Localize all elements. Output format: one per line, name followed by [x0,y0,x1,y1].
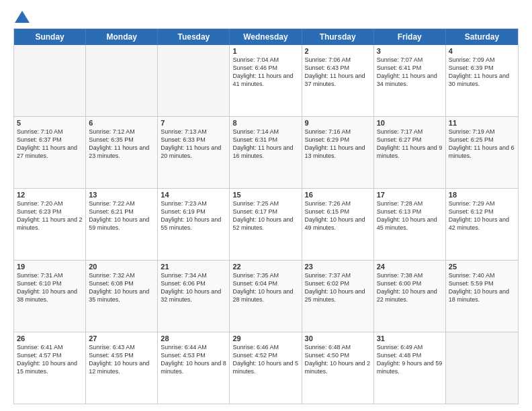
calendar-cell: 15Sunrise: 7:25 AM Sunset: 6:17 PM Dayli… [230,189,302,260]
cell-info: Sunrise: 6:41 AM Sunset: 4:57 PM Dayligh… [17,343,83,376]
calendar-header-saturday: Saturday [446,29,518,45]
cell-info: Sunrise: 7:35 AM Sunset: 6:04 PM Dayligh… [232,271,298,304]
day-number: 6 [89,119,154,127]
calendar-header-thursday: Thursday [302,29,374,45]
day-number: 17 [377,191,443,199]
calendar-cell: 28Sunrise: 6:44 AM Sunset: 4:53 PM Dayli… [158,332,230,404]
cell-info: Sunrise: 7:38 AM Sunset: 6:00 PM Dayligh… [377,271,443,304]
cell-info: Sunrise: 7:23 AM Sunset: 6:19 PM Dayligh… [161,199,226,232]
calendar-cell: 17Sunrise: 7:28 AM Sunset: 6:13 PM Dayli… [374,189,446,260]
calendar-header-sunday: Sunday [14,29,86,45]
calendar-cell [86,45,158,116]
cell-info: Sunrise: 7:20 AM Sunset: 6:23 PM Dayligh… [17,199,83,232]
calendar-cell: 14Sunrise: 7:23 AM Sunset: 6:19 PM Dayli… [158,189,230,260]
calendar-header-friday: Friday [374,29,446,45]
cell-info: Sunrise: 7:25 AM Sunset: 6:17 PM Dayligh… [232,199,298,232]
calendar-cell: 3Sunrise: 7:07 AM Sunset: 6:41 PM Daylig… [374,45,446,116]
day-number: 24 [377,263,443,271]
calendar-cell: 16Sunrise: 7:26 AM Sunset: 6:15 PM Dayli… [302,189,374,260]
cell-info: Sunrise: 7:04 AM Sunset: 6:46 PM Dayligh… [232,56,298,89]
calendar-cell: 21Sunrise: 7:34 AM Sunset: 6:06 PM Dayli… [158,261,230,332]
calendar-cell: 10Sunrise: 7:17 AM Sunset: 6:27 PM Dayli… [374,117,446,188]
cell-info: Sunrise: 7:29 AM Sunset: 6:12 PM Dayligh… [449,199,515,232]
calendar-cell: 12Sunrise: 7:20 AM Sunset: 6:23 PM Dayli… [14,189,86,260]
cell-info: Sunrise: 7:26 AM Sunset: 6:15 PM Dayligh… [305,199,371,232]
day-number: 16 [305,191,371,199]
calendar-cell: 29Sunrise: 6:46 AM Sunset: 4:52 PM Dayli… [230,332,302,404]
calendar-cell: 1Sunrise: 7:04 AM Sunset: 6:46 PM Daylig… [230,45,302,116]
page: SundayMondayTuesdayWednesdayThursdayFrid… [0,0,532,411]
day-number: 19 [17,263,83,271]
calendar-cell: 6Sunrise: 7:12 AM Sunset: 6:35 PM Daylig… [86,117,158,188]
calendar-cell: 19Sunrise: 7:31 AM Sunset: 6:10 PM Dayli… [14,261,86,332]
cell-info: Sunrise: 7:28 AM Sunset: 6:13 PM Dayligh… [377,199,443,232]
calendar-cell [446,332,518,404]
day-number: 21 [161,263,226,271]
calendar-week-2: 5Sunrise: 7:10 AM Sunset: 6:37 PM Daylig… [14,116,518,188]
calendar-header-monday: Monday [86,29,158,45]
calendar-cell: 24Sunrise: 7:38 AM Sunset: 6:00 PM Dayli… [374,261,446,332]
calendar-week-3: 12Sunrise: 7:20 AM Sunset: 6:23 PM Dayli… [14,188,518,260]
cell-info: Sunrise: 7:19 AM Sunset: 6:25 PM Dayligh… [449,128,515,161]
calendar-cell: 11Sunrise: 7:19 AM Sunset: 6:25 PM Dayli… [446,117,518,188]
calendar-week-4: 19Sunrise: 7:31 AM Sunset: 6:10 PM Dayli… [14,260,518,332]
cell-info: Sunrise: 7:06 AM Sunset: 6:43 PM Dayligh… [305,56,371,89]
day-number: 28 [161,334,226,342]
calendar-cell: 27Sunrise: 6:43 AM Sunset: 4:55 PM Dayli… [86,332,158,404]
calendar: SundayMondayTuesdayWednesdayThursdayFrid… [13,28,519,404]
cell-info: Sunrise: 6:48 AM Sunset: 4:50 PM Dayligh… [305,343,371,376]
cell-info: Sunrise: 7:22 AM Sunset: 6:21 PM Dayligh… [89,199,154,232]
day-number: 27 [89,334,154,342]
cell-info: Sunrise: 6:43 AM Sunset: 4:55 PM Dayligh… [89,343,154,376]
calendar-cell: 4Sunrise: 7:09 AM Sunset: 6:39 PM Daylig… [446,45,518,116]
cell-info: Sunrise: 7:14 AM Sunset: 6:31 PM Dayligh… [232,128,298,161]
day-number: 23 [305,263,371,271]
cell-info: Sunrise: 7:09 AM Sunset: 6:39 PM Dayligh… [449,56,515,89]
day-number: 2 [305,47,371,55]
cell-info: Sunrise: 7:34 AM Sunset: 6:06 PM Dayligh… [161,271,226,304]
day-number: 11 [449,119,515,127]
svg-marker-0 [15,11,30,23]
calendar-cell: 7Sunrise: 7:13 AM Sunset: 6:33 PM Daylig… [158,117,230,188]
calendar-cell: 23Sunrise: 7:37 AM Sunset: 6:02 PM Dayli… [302,261,374,332]
day-number: 4 [449,47,515,55]
calendar-week-1: 1Sunrise: 7:04 AM Sunset: 6:46 PM Daylig… [14,45,518,116]
calendar-body: 1Sunrise: 7:04 AM Sunset: 6:46 PM Daylig… [14,45,518,404]
calendar-cell: 9Sunrise: 7:16 AM Sunset: 6:29 PM Daylig… [302,117,374,188]
calendar-cell: 26Sunrise: 6:41 AM Sunset: 4:57 PM Dayli… [14,332,86,404]
calendar-cell [158,45,230,116]
cell-info: Sunrise: 6:44 AM Sunset: 4:53 PM Dayligh… [161,343,226,376]
day-number: 1 [232,47,298,55]
day-number: 3 [377,47,443,55]
day-number: 18 [449,191,515,199]
calendar-cell: 18Sunrise: 7:29 AM Sunset: 6:12 PM Dayli… [446,189,518,260]
calendar-header-row: SundayMondayTuesdayWednesdayThursdayFrid… [14,29,518,45]
day-number: 9 [305,119,371,127]
calendar-week-5: 26Sunrise: 6:41 AM Sunset: 4:57 PM Dayli… [14,332,518,404]
day-number: 22 [232,263,298,271]
calendar-cell: 20Sunrise: 7:32 AM Sunset: 6:08 PM Dayli… [86,261,158,332]
cell-info: Sunrise: 7:12 AM Sunset: 6:35 PM Dayligh… [89,128,154,161]
day-number: 31 [377,334,443,342]
calendar-cell: 30Sunrise: 6:48 AM Sunset: 4:50 PM Dayli… [302,332,374,404]
calendar-cell: 8Sunrise: 7:14 AM Sunset: 6:31 PM Daylig… [230,117,302,188]
cell-info: Sunrise: 7:37 AM Sunset: 6:02 PM Dayligh… [305,271,371,304]
day-number: 30 [305,334,371,342]
calendar-cell: 22Sunrise: 7:35 AM Sunset: 6:04 PM Dayli… [230,261,302,332]
day-number: 7 [161,119,226,127]
cell-info: Sunrise: 6:46 AM Sunset: 4:52 PM Dayligh… [232,343,298,376]
day-number: 29 [232,334,298,342]
calendar-cell: 5Sunrise: 7:10 AM Sunset: 6:37 PM Daylig… [14,117,86,188]
cell-info: Sunrise: 7:16 AM Sunset: 6:29 PM Dayligh… [305,128,371,161]
cell-info: Sunrise: 7:10 AM Sunset: 6:37 PM Dayligh… [17,128,83,161]
logo [13,11,30,23]
calendar-header-tuesday: Tuesday [158,29,230,45]
cell-info: Sunrise: 7:31 AM Sunset: 6:10 PM Dayligh… [17,271,83,304]
day-number: 13 [89,191,154,199]
day-number: 12 [17,191,83,199]
day-number: 20 [89,263,154,271]
day-number: 10 [377,119,443,127]
calendar-cell [14,45,86,116]
cell-info: Sunrise: 6:49 AM Sunset: 4:48 PM Dayligh… [377,343,443,376]
cell-info: Sunrise: 7:07 AM Sunset: 6:41 PM Dayligh… [377,56,443,89]
